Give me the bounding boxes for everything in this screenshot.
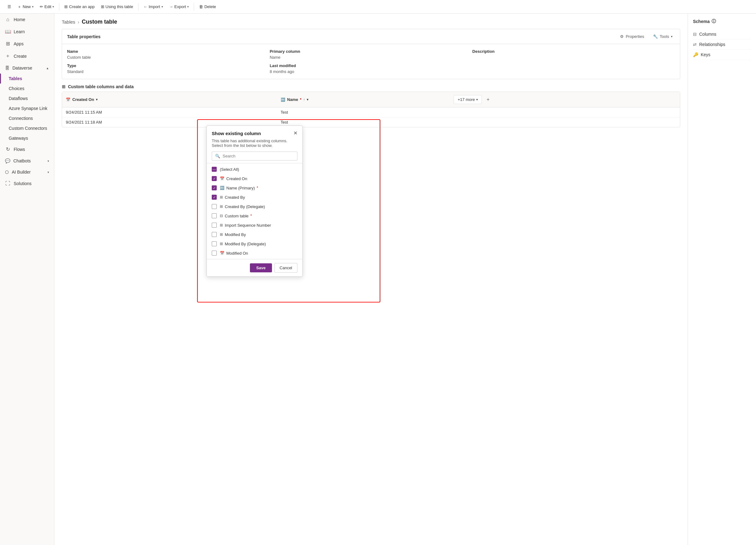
sidebar-item-solutions[interactable]: ⛶ Solutions xyxy=(0,178,54,189)
data-section-header: ⊞ Custom table columns and data xyxy=(62,84,680,89)
breadcrumb-current: Custom table xyxy=(82,19,117,25)
sidebar-item-azure-synapse[interactable]: Azure Synapse Link xyxy=(0,103,54,113)
sidebar-item-flows[interactable]: ↻ Flows xyxy=(0,143,54,155)
dialog-search-container: 🔍 xyxy=(212,152,297,161)
checkbox-item[interactable]: — (Select All) xyxy=(207,165,302,174)
sidebar-item-learn[interactable]: 📖 Learn xyxy=(0,25,54,38)
checkbox-item[interactable]: 📅 Modified On xyxy=(207,248,302,258)
dialog-save-button[interactable]: Save xyxy=(250,263,272,272)
dialog-footer: Save Cancel xyxy=(207,259,302,276)
edit-button[interactable]: ✏ Edit ▾ xyxy=(37,3,57,10)
name-sort-asc-icon: ↑ xyxy=(303,98,305,101)
sidebar-item-choices[interactable]: Choices xyxy=(0,84,54,93)
prop-type-label: Type xyxy=(67,63,270,68)
sidebar-item-gateways[interactable]: Gateways xyxy=(0,133,54,143)
col-type-icon: ⊞ xyxy=(220,204,223,209)
checkbox[interactable] xyxy=(212,204,217,209)
learn-icon: 📖 xyxy=(5,29,11,34)
import-icon: ← xyxy=(143,4,147,9)
col-type-icon: 📅 xyxy=(220,251,224,255)
data-table-icon: ⊞ xyxy=(62,84,66,89)
new-button[interactable]: ＋ New ▾ xyxy=(15,3,36,11)
checkbox-item[interactable]: ⊟ Custom table * xyxy=(207,211,302,220)
checkbox[interactable]: ✓ xyxy=(212,185,217,190)
prop-name: Name Custom table xyxy=(67,49,270,60)
content-area: Tables › Custom table Table properties ⚙… xyxy=(54,14,688,545)
schema-item-keys[interactable]: 🔑 Keys xyxy=(693,50,751,60)
sidebar-item-ai-builder[interactable]: ⬡ AI Builder ▾ xyxy=(0,166,54,178)
sidebar-item-dataverse[interactable]: 🗄 Dataverse ▲ xyxy=(0,62,54,74)
table-props-title: Table properties xyxy=(67,34,101,39)
sidebar-item-home[interactable]: ⌂ Home xyxy=(0,14,54,25)
sidebar-item-chatbots[interactable]: 💬 Chatbots ▾ xyxy=(0,155,54,166)
col-header-created-on[interactable]: 📅 Created On ▾ xyxy=(62,92,277,107)
dialog-close-button[interactable]: ✕ xyxy=(293,131,297,136)
checkbox-item[interactable]: ⊞ Modified By (Delegate) xyxy=(207,239,302,248)
checkbox[interactable] xyxy=(212,232,217,237)
checkbox-item[interactable]: ✓ 🔤 Name (Primary) * xyxy=(207,183,302,193)
create-icon: ＋ xyxy=(5,53,11,59)
name-col-icon: 🔤 xyxy=(281,98,285,102)
checkbox-item[interactable]: ⊞ Import Sequence Number xyxy=(207,220,302,230)
sidebar-item-connections[interactable]: Connections xyxy=(0,113,54,123)
import-button[interactable]: ← Import ▾ xyxy=(141,3,165,10)
breadcrumb: Tables › Custom table xyxy=(54,14,688,29)
more-columns-button[interactable]: +17 more ▾ xyxy=(454,95,482,104)
col-type-icon: 📅 xyxy=(220,176,224,181)
tools-button[interactable]: 🔧 Tools ▾ xyxy=(650,33,675,40)
export-button[interactable]: → Export ▾ xyxy=(167,3,192,10)
checkbox[interactable]: — xyxy=(212,167,217,172)
hamburger-button[interactable]: ☰ xyxy=(5,3,14,10)
checkbox-label: Created On xyxy=(226,176,247,181)
sidebar-item-tables[interactable]: Tables xyxy=(0,74,54,84)
new-plus-icon: ＋ xyxy=(17,4,21,10)
prop-name-label: Name xyxy=(67,49,270,54)
delete-button[interactable]: 🗑 Delete xyxy=(197,3,219,10)
add-column-button[interactable]: ＋ xyxy=(483,94,493,105)
sidebar-item-dataflows[interactable]: Dataflows xyxy=(0,93,54,103)
schema-item-relationships[interactable]: ⇄ Relationships xyxy=(693,39,751,50)
schema-item-columns[interactable]: ⊟ Columns xyxy=(693,29,751,39)
checkbox[interactable] xyxy=(212,213,217,218)
dataverse-chevron-icon: ▲ xyxy=(46,66,49,70)
create-app-button[interactable]: ⊞ Create an app xyxy=(62,3,97,10)
cell-created-on: 9/24/2021 11:15 AM xyxy=(62,107,277,117)
sidebar-item-apps[interactable]: ⊞ Apps xyxy=(0,38,54,50)
sidebar-item-create[interactable]: ＋ Create xyxy=(0,50,54,62)
checkbox[interactable] xyxy=(212,251,217,256)
checkbox[interactable]: ✓ xyxy=(212,195,217,200)
checkbox-item[interactable]: ✓ ⊞ Created By xyxy=(207,193,302,202)
col-header-name[interactable]: 🔤 Name * ↑ ▾ xyxy=(277,92,450,107)
sidebar-item-custom-connectors[interactable]: Custom Connectors xyxy=(0,123,54,133)
toolbar-divider-2 xyxy=(138,3,138,11)
using-table-button[interactable]: ⊞ Using this table xyxy=(98,3,136,10)
breadcrumb-separator: › xyxy=(78,19,79,25)
keys-icon: 🔑 xyxy=(693,52,698,57)
required-marker: * xyxy=(257,186,258,190)
prop-description-label: Description xyxy=(472,49,675,54)
table-header-row: 📅 Created On ▾ 🔤 Name * ↑ xyxy=(62,92,680,107)
breadcrumb-parent[interactable]: Tables xyxy=(62,19,75,25)
cell-name: Test xyxy=(277,107,450,117)
toolbar-divider-1 xyxy=(59,3,59,11)
dialog-search-input[interactable] xyxy=(223,154,294,158)
cell-extra xyxy=(450,117,680,127)
prop-last-modified-label: Last modified xyxy=(270,63,473,68)
checkbox-label: Modified On xyxy=(226,251,248,256)
prop-last-modified-value: 8 months ago xyxy=(270,69,473,74)
checkbox-item[interactable]: ⊞ Created By (Delegate) xyxy=(207,202,302,211)
schema-panel: Schema ⓘ ⊟ Columns ⇄ Relationships 🔑 Key… xyxy=(688,14,756,545)
dialog-cancel-button[interactable]: Cancel xyxy=(274,263,297,273)
properties-button[interactable]: ⚙ Properties xyxy=(618,33,646,40)
tools-icon: 🔧 xyxy=(653,34,658,39)
checkbox-item[interactable]: ⊞ Modified By xyxy=(207,230,302,239)
prop-type: Type Standard xyxy=(67,63,270,74)
columns-icon: ⊟ xyxy=(693,32,697,37)
checkbox-item[interactable]: ✓ 📅 Created On xyxy=(207,174,302,183)
checkbox[interactable] xyxy=(212,241,217,246)
checkbox-label: Created By (Delegate) xyxy=(225,204,265,209)
checkbox[interactable] xyxy=(212,223,217,228)
prop-primary-label: Primary column xyxy=(270,49,473,54)
checkbox[interactable]: ✓ xyxy=(212,176,217,181)
dialog-subtitle: This table has additional existing colum… xyxy=(207,139,302,152)
